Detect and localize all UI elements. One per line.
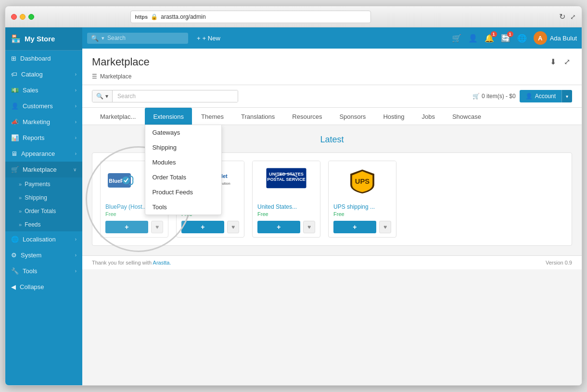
- tab-themes[interactable]: Themes: [193, 108, 232, 125]
- url-text: arastta.org/admin: [161, 13, 205, 20]
- search-icon: 🔍: [91, 35, 99, 42]
- account-label: Account: [535, 93, 556, 100]
- tab-themes-label: Themes: [201, 113, 224, 120]
- sidebar-item-label: Collapse: [20, 283, 44, 291]
- page-title: Marketplace: [92, 56, 150, 68]
- sidebar-sub-shipping[interactable]: Shipping: [5, 191, 82, 204]
- chevron-right-icon: ›: [75, 72, 77, 77]
- add-usps-button[interactable]: +: [257, 221, 300, 233]
- https-badge: https: [135, 14, 148, 20]
- footer-brand-link[interactable]: Arastta.: [153, 260, 171, 266]
- close-button[interactable]: [11, 14, 17, 20]
- sidebar-item-marketplace[interactable]: 🛒 Marketplace ∨: [5, 162, 82, 177]
- card-actions-ups: + ♥: [333, 221, 391, 233]
- extensions-dropdown-tools[interactable]: Tools: [145, 200, 221, 215]
- user-pill[interactable]: A Ada Bulut: [534, 31, 577, 45]
- extensions-container: Extensions Gateways Shipping Modules Ord…: [145, 108, 192, 125]
- sidebar-item-catalog[interactable]: 🏷 Catalog ›: [5, 66, 82, 82]
- fav-ups-button[interactable]: ♥: [379, 221, 391, 233]
- search-area[interactable]: 🔍 ▾: [87, 33, 188, 44]
- sidebar: 🏪 My Store ⊞ Dashboard 🏷 Catalog › 💵: [5, 27, 82, 386]
- tab-translations[interactable]: Translations: [233, 108, 283, 125]
- user-name: Ada Bulut: [550, 35, 577, 42]
- sidebar-item-reports[interactable]: 📊 Reports ›: [5, 130, 82, 146]
- globe-button[interactable]: 🌐: [517, 34, 527, 43]
- product-card-usps: UNITED STATES POSTAL SERVICE United Stat…: [252, 161, 320, 238]
- tab-resources[interactable]: Resources: [284, 108, 330, 125]
- reports-icon: 📊: [11, 134, 19, 141]
- fullscreen-content-button[interactable]: ⤢: [562, 55, 572, 68]
- sidebar-item-dashboard[interactable]: ⊞ Dashboard: [5, 51, 82, 66]
- search-filter-icon: 🔍: [96, 93, 103, 100]
- sync-badge: 1: [507, 31, 513, 37]
- sidebar-item-label: Localisation: [23, 236, 56, 243]
- marketplace-icon: 🛒: [11, 166, 19, 173]
- add-ups-button[interactable]: +: [333, 221, 376, 233]
- add-authorizenet-button[interactable]: +: [181, 221, 224, 233]
- sidebar-sub-feeds[interactable]: Feeds: [5, 218, 82, 231]
- reload-button[interactable]: ↻: [559, 12, 565, 21]
- account-dropdown-arrow[interactable]: ▾: [561, 90, 572, 102]
- marketplace-submenu: Payments Shipping Order Totals Feeds: [5, 177, 82, 231]
- sync-button[interactable]: 🔄 1: [501, 34, 510, 43]
- sidebar-item-label: Tools: [23, 267, 37, 275]
- extensions-dropdown-product-feeds[interactable]: Product Feeds: [145, 185, 221, 200]
- tab-translations-label: Translations: [241, 113, 275, 120]
- sidebar-item-customers[interactable]: 👤 Customers ›: [5, 98, 82, 114]
- sidebar-item-collapse[interactable]: ◀ Collapse: [5, 279, 82, 295]
- sidebar-item-localisation[interactable]: 🌐 Localisation ›: [5, 231, 82, 247]
- expand-button[interactable]: ⤢: [570, 13, 576, 21]
- fullscreen-button[interactable]: [28, 14, 34, 20]
- add-bluepay-button[interactable]: +: [105, 221, 148, 233]
- sidebar-sub-payments[interactable]: Payments: [5, 177, 82, 191]
- cart-button[interactable]: 🛒: [452, 34, 461, 43]
- tab-marketplace[interactable]: Marketplac...: [92, 108, 144, 125]
- url-bar[interactable]: https 🔒 arastta.org/admin: [130, 11, 371, 23]
- fav-authorizenet-button[interactable]: ♥: [227, 221, 239, 233]
- tab-extensions[interactable]: Extensions: [145, 108, 192, 125]
- sidebar-sub-order-totals[interactable]: Order Totals: [5, 204, 82, 218]
- fav-usps-button[interactable]: ♥: [303, 221, 315, 233]
- sidebar-item-appearance[interactable]: 🖥 Appearance ›: [5, 146, 82, 162]
- extensions-dropdown-modules[interactable]: Modules: [145, 155, 221, 170]
- localisation-icon: 🌐: [11, 236, 19, 243]
- extensions-dropdown-gateways[interactable]: Gateways: [145, 125, 221, 140]
- tab-jobs[interactable]: Jobs: [413, 108, 443, 125]
- chevron-right-icon: ›: [75, 268, 77, 274]
- user-avatar: A: [534, 31, 547, 45]
- search-input[interactable]: [107, 35, 184, 41]
- download-button[interactable]: ⬇: [548, 55, 558, 68]
- sidebar-store-title[interactable]: 🏪 My Store: [5, 27, 82, 51]
- tab-hosting[interactable]: Hosting: [375, 108, 412, 125]
- search-filter-dropdown[interactable]: 🔍 ▾: [92, 90, 113, 102]
- card-name-usps: United States...: [257, 203, 315, 210]
- plus-icon: +: [197, 35, 201, 42]
- user-button[interactable]: 👤: [468, 34, 478, 43]
- search-dropdown-arrow[interactable]: ▾: [102, 35, 104, 41]
- notification-button[interactable]: 🔔 1: [485, 34, 494, 43]
- page-title-actions: ⬇ ⤢: [548, 55, 572, 68]
- new-button[interactable]: + + New: [192, 33, 225, 44]
- card-actions-bluepay: + ♥: [105, 221, 163, 233]
- marketing-icon: 📣: [11, 118, 19, 126]
- tab-extensions-label: Extensions: [153, 113, 184, 120]
- main-content: 🔍 ▾ + + New 🛒 👤 🔔: [82, 27, 582, 386]
- sidebar-item-sales[interactable]: 💵 Sales ›: [5, 82, 82, 98]
- page-title-row: Marketplace ⬇ ⤢: [92, 55, 572, 68]
- marketplace-search-input[interactable]: [113, 90, 238, 102]
- extensions-dropdown-shipping[interactable]: Shipping: [145, 140, 221, 155]
- sidebar-item-label: Marketing: [23, 118, 50, 126]
- tab-showcase[interactable]: Showcase: [444, 108, 489, 125]
- tab-sponsors[interactable]: Sponsors: [331, 108, 374, 125]
- sidebar-item-marketing[interactable]: 📣 Marketing ›: [5, 114, 82, 130]
- fav-bluepay-button[interactable]: ♥: [151, 221, 163, 233]
- appearance-icon: 🖥: [11, 150, 17, 157]
- minimize-button[interactable]: [20, 14, 26, 20]
- extensions-dropdown-order-totals[interactable]: Order Totals: [145, 170, 221, 185]
- sidebar-item-system[interactable]: ⚙ System ›: [5, 247, 82, 263]
- usps-logo: UNITED STATES POSTAL SERVICE: [260, 166, 313, 195]
- cart-count: 0 item(s) - $0: [482, 93, 516, 100]
- sidebar-item-tools[interactable]: 🔧 Tools ›: [5, 263, 82, 279]
- new-label: + New: [203, 35, 220, 42]
- account-button[interactable]: 👤 Account: [520, 90, 561, 102]
